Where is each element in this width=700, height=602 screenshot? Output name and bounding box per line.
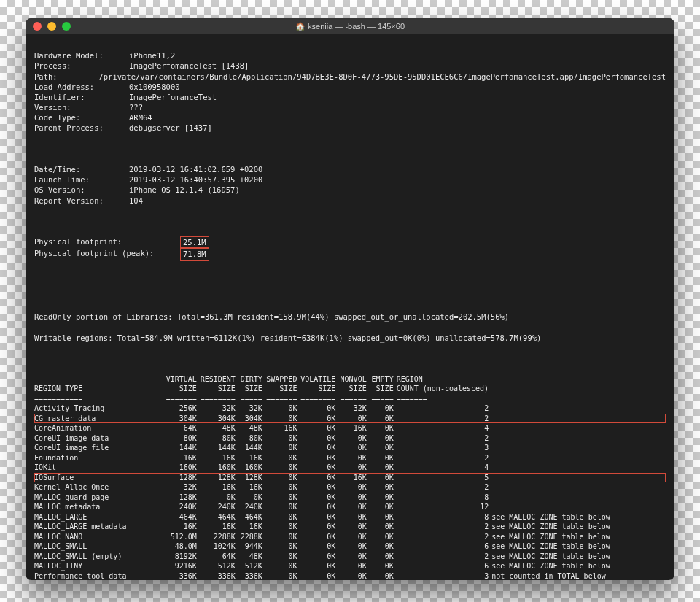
region-note: not counted in TOTAL below <box>491 571 666 581</box>
region-name: MALLOC_SMALL <box>34 541 165 552</box>
info-line: Parent Process:debugserver [1437] <box>34 123 666 133</box>
info-key: OS Version: <box>34 185 129 195</box>
region-value: 0K <box>370 473 397 483</box>
table-header-cell: ======== <box>300 394 338 404</box>
table-row: Activity Tracing256K32K32K0K0K32K0K2 <box>34 404 666 414</box>
footprint-value: 25.1M <box>180 236 209 248</box>
region-value: 0K <box>265 493 300 503</box>
region-value: 144K <box>200 443 238 453</box>
table-row: CoreUI image data80K80K80K0K0K0K0K2 <box>34 433 666 444</box>
region-value: 0K <box>265 552 300 562</box>
region-name: CoreUI image data <box>34 433 165 444</box>
table-header-cell: SWAPPED <box>265 374 300 385</box>
region-note <box>491 493 666 503</box>
table-header-cell: REGION TYPE <box>34 384 165 394</box>
region-value: 0K <box>265 502 300 512</box>
region-value: 32K <box>338 404 369 414</box>
region-value: 0K <box>338 433 369 444</box>
region-value: 16K <box>338 423 369 433</box>
region-value: 0K <box>370 463 397 473</box>
region-value: 0K <box>300 463 338 473</box>
region-value: 0K <box>370 493 397 503</box>
terminal-content[interactable]: Hardware Model:iPhone11,2Process:ImagePe… <box>26 34 674 580</box>
region-value: 16K <box>200 482 238 493</box>
info-value: ??? <box>129 102 143 112</box>
region-value: 16K <box>238 482 265 493</box>
region-value: 4 <box>397 463 492 473</box>
table-header-cell <box>491 374 666 385</box>
table-row: MALLOC_SMALL48.0M1024K944K0K0K0K0K6see M… <box>34 541 666 552</box>
region-value: 2288K <box>200 532 238 542</box>
region-value: 9216K <box>165 561 200 571</box>
region-note <box>491 482 666 493</box>
table-header-cell: SIZE <box>238 384 265 394</box>
region-value: 0K <box>338 532 369 542</box>
info-key: Parent Process: <box>34 123 129 133</box>
info-line: Load Address:0x100958000 <box>34 82 666 92</box>
table-row: Kernel Alloc Once32K16K16K0K0K0K0K2 <box>34 482 666 493</box>
region-value: 1024K <box>200 541 238 552</box>
region-name: MALLOC_TINY <box>34 561 165 571</box>
region-table: VIRTUALRESIDENTDIRTYSWAPPEDVOLATILENONVO… <box>34 374 666 581</box>
region-value: 0K <box>265 404 300 414</box>
region-value: 336K <box>238 571 265 581</box>
region-value: 0K <box>370 443 397 453</box>
table-header-cell <box>491 394 666 404</box>
table-row: CoreAnimation64K48K48K16K0K16K0K4 <box>34 423 666 433</box>
table-header-row: VIRTUALRESIDENTDIRTYSWAPPEDVOLATILENONVO… <box>34 374 666 385</box>
region-name: MALLOC guard page <box>34 493 165 503</box>
table-header-cell: ====== <box>338 394 369 404</box>
region-value: 6 <box>397 561 492 571</box>
region-value: 16K <box>338 473 369 483</box>
region-value: 0K <box>300 453 338 463</box>
info-line: Hardware Model:iPhone11,2 <box>34 50 666 61</box>
table-header-cell: EMPTY <box>370 374 397 385</box>
region-name: IOSurface <box>34 473 165 483</box>
region-value: 2288K <box>238 532 265 542</box>
region-value: 4 <box>397 423 492 433</box>
region-note <box>491 404 666 414</box>
region-value: 64K <box>200 552 238 562</box>
region-value: 0K <box>370 414 397 424</box>
info-value: iPhone OS 12.1.4 (16D57) <box>129 185 240 195</box>
table-header-cell: ======== <box>200 394 238 404</box>
region-value: 512K <box>200 561 238 571</box>
info-value: 2019-03-12 16:40:57.395 +0200 <box>129 174 262 185</box>
region-note <box>491 423 666 433</box>
region-name: CoreUI image file <box>34 443 165 453</box>
region-note <box>491 414 666 424</box>
region-value: 16K <box>165 453 200 463</box>
region-value: 128K <box>165 473 200 483</box>
info-value: 0x100958000 <box>129 82 180 92</box>
table-row: CG raster data304K304K304K0K0K0K0K2 <box>34 414 666 424</box>
region-note <box>491 502 666 512</box>
region-value: 48.0M <box>165 541 200 552</box>
region-value: 0K <box>338 502 369 512</box>
table-header-cell: ===== <box>370 394 397 404</box>
info-value: ImagePerfomanceTest [1438] <box>129 61 249 71</box>
region-value: 0K <box>370 404 397 414</box>
region-value: 0K <box>370 433 397 444</box>
region-value: 0K <box>265 433 300 444</box>
region-value: 0K <box>370 423 397 433</box>
info-line: Path:/private/var/containers/Bundle/Appl… <box>34 72 666 82</box>
region-value: 256K <box>165 404 200 414</box>
region-value: 48K <box>200 423 238 433</box>
region-value: 16K <box>238 453 265 463</box>
region-value: 8 <box>397 512 492 522</box>
region-value: 0K <box>300 473 338 483</box>
region-value: 0K <box>370 571 397 581</box>
region-value: 2 <box>397 433 492 444</box>
region-value: 0K <box>338 453 369 463</box>
region-value: 8 <box>397 493 492 503</box>
info-value: 2019-03-12 16:41:02.659 +0200 <box>129 164 262 174</box>
region-value: 0K <box>338 414 369 424</box>
info-key: Report Version: <box>34 196 129 206</box>
region-value: 464K <box>200 512 238 522</box>
region-value: 0K <box>300 404 338 414</box>
region-name: IOKit <box>34 463 165 473</box>
info-key: Path: <box>34 72 98 82</box>
footprint-key: Physical footprint (peak): <box>34 248 180 260</box>
region-value: 128K <box>200 473 238 483</box>
region-value: 128K <box>238 473 265 483</box>
